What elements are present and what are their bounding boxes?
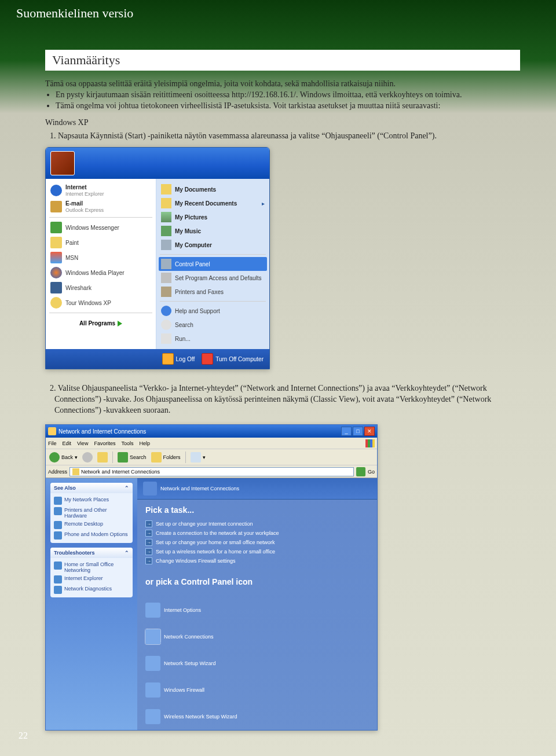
views-icon: [191, 452, 201, 463]
maximize-button[interactable]: □: [353, 427, 363, 436]
start-menu-header: [46, 148, 269, 179]
start-item-printers[interactable]: Printers and Faxes: [159, 285, 267, 299]
views-button[interactable]: ▾: [191, 452, 206, 463]
body-text-2: 2. Valitse Ohjauspaneelista “Verkko- ja …: [45, 383, 520, 416]
menu-edit[interactable]: Edit: [63, 441, 72, 446]
search-icon: [161, 320, 171, 330]
link-icon: [54, 562, 62, 570]
cp-icon-network-connections[interactable]: Network Connections: [145, 629, 250, 644]
task-link[interactable]: →Create a connection to the network at y…: [145, 529, 369, 538]
dropdown-icon: ▾: [75, 454, 78, 460]
start-menu-right-column: My Documents My Recent Documents▸ My Pic…: [156, 179, 269, 349]
panel-header[interactable]: Troubleshooters ⌃: [50, 548, 133, 558]
start-item-recent[interactable]: My Recent Documents▸: [159, 196, 267, 210]
internet-options-icon: [145, 603, 160, 618]
sidebar-link[interactable]: Network Diagnostics: [54, 585, 129, 595]
start-item-paint[interactable]: Paint: [48, 235, 153, 250]
all-programs-label: All Programs: [79, 320, 115, 326]
start-item-run[interactable]: Run...: [159, 332, 267, 346]
windows-firewall-icon: [145, 682, 160, 698]
forward-button[interactable]: [82, 452, 93, 463]
start-item-messenger[interactable]: Windows Messenger: [48, 220, 153, 235]
go-label: Go: [368, 469, 375, 475]
mypics-icon: [161, 212, 171, 222]
folders-label: Folders: [163, 454, 181, 460]
sidebar-link[interactable]: Printers and Other Hardware: [54, 506, 129, 520]
start-item-mydocs[interactable]: My Documents: [159, 182, 267, 196]
task-link[interactable]: →Set up or change your home or small off…: [145, 538, 369, 547]
wireshark-icon: [50, 282, 62, 293]
start-item-mycomputer[interactable]: My Computer: [159, 238, 267, 252]
task-link[interactable]: →Change Windows Firewall settings: [145, 556, 369, 566]
task-link[interactable]: →Set up or change your Internet connecti…: [145, 519, 369, 529]
link-icon: [54, 575, 62, 583]
recent-icon: [161, 198, 171, 208]
start-item-msn[interactable]: MSN: [48, 250, 153, 265]
sidebar-link[interactable]: Phone and Modem Options: [54, 530, 129, 541]
collapse-icon: ⌃: [125, 485, 129, 491]
sidebar-link[interactable]: Remote Desktop: [54, 520, 129, 530]
start-item-defaults[interactable]: Set Program Access and Defaults: [159, 271, 267, 285]
panel-header[interactable]: See Also ⌃: [50, 483, 133, 493]
cp-icon-wireless-network-setup-wizard[interactable]: Wireless Network Setup Wizard: [145, 709, 250, 724]
collapse-icon: ⌃: [125, 550, 129, 556]
see-also-panel: See Also ⌃ My Network PlacesPrinters and…: [50, 483, 133, 543]
separator: [160, 254, 266, 255]
logoff-button[interactable]: Log Off: [162, 353, 195, 365]
start-item-mymusic[interactable]: My Music: [159, 224, 267, 238]
messenger-icon: [50, 222, 62, 233]
task-link[interactable]: →Set up a wireless network for a home or…: [145, 547, 369, 556]
menu-file[interactable]: File: [48, 441, 57, 446]
back-icon: [49, 452, 60, 463]
start-item-email[interactable]: E-mailOutlook Express: [48, 199, 153, 215]
start-item-mypics[interactable]: My Pictures: [159, 210, 267, 224]
search-button[interactable]: Search: [118, 452, 147, 463]
run-icon: [161, 333, 171, 344]
up-button[interactable]: [97, 452, 108, 463]
chevron-right-icon: [118, 321, 122, 326]
step-1: 1. Napsauta Käynnistä (Start) -painikett…: [50, 131, 520, 142]
start-item-tour[interactable]: Tour Windows XP: [48, 295, 153, 310]
link-icon: [54, 507, 62, 515]
arrow-icon: →: [145, 520, 152, 527]
separator: [185, 452, 186, 463]
menu-favorites[interactable]: Favorites: [94, 441, 115, 446]
start-item-help[interactable]: Help and Support: [159, 304, 267, 318]
go-button[interactable]: [356, 467, 365, 476]
menu-help[interactable]: Help: [139, 441, 150, 446]
address-icon: [72, 468, 79, 475]
search-icon: [118, 452, 128, 463]
cp-icon-network-setup-wizard[interactable]: Network Setup Wizard: [145, 656, 250, 671]
wmp-icon: [50, 267, 62, 278]
minimize-button[interactable]: _: [341, 427, 352, 436]
back-button[interactable]: Back ▾: [49, 452, 78, 463]
cp-icon-windows-firewall[interactable]: Windows Firewall: [145, 682, 250, 698]
main-content: Network and Internet Connections Pick a …: [137, 478, 377, 730]
start-item-wmp[interactable]: Windows Media Player: [48, 265, 153, 280]
address-label: Address: [48, 469, 67, 475]
printers-icon: [161, 287, 171, 297]
menu-tools[interactable]: Tools: [121, 441, 133, 446]
separator: [112, 452, 113, 463]
all-programs-button[interactable]: All Programs: [48, 315, 153, 331]
close-button[interactable]: ✕: [364, 427, 375, 436]
address-field[interactable]: Network and Internet Connections: [70, 467, 354, 476]
start-item-search[interactable]: Search: [159, 318, 267, 332]
sidebar-link[interactable]: My Network Places: [54, 496, 129, 506]
menu-view[interactable]: View: [77, 441, 88, 446]
controlpanel-icon: [161, 259, 171, 269]
help-icon: [161, 306, 171, 316]
start-item-controlpanel[interactable]: Control Panel: [159, 257, 267, 271]
mymusic-icon: [161, 226, 171, 236]
start-item-wireshark[interactable]: Wireshark: [48, 280, 153, 295]
forward-icon: [82, 452, 93, 463]
start-item-internet[interactable]: InternetInternet Explorer: [48, 182, 153, 199]
separator: [49, 313, 152, 313]
sidebar-link[interactable]: Internet Explorer: [54, 574, 129, 585]
cp-icon-internet-options[interactable]: Internet Options: [145, 603, 250, 618]
folders-button[interactable]: Folders: [151, 452, 181, 463]
turnoff-button[interactable]: Turn Off Computer: [202, 353, 264, 365]
link-icon: [54, 497, 62, 505]
link-icon: [54, 521, 62, 529]
sidebar-link[interactable]: Home or Small Office Networking: [54, 560, 129, 574]
